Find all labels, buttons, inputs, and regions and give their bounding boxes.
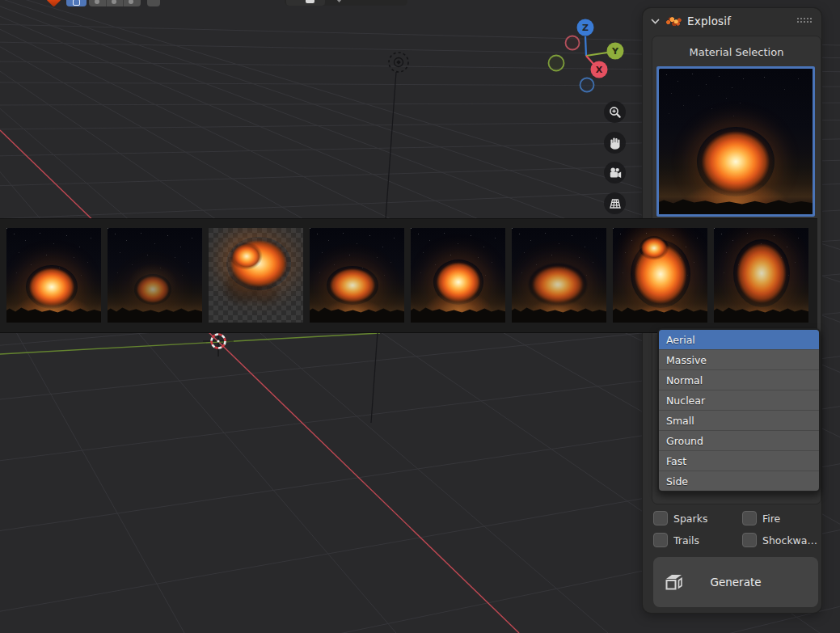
- thumb-fireball: [733, 239, 790, 307]
- y-axis-line: [0, 333, 380, 354]
- generate-button[interactable]: Generate: [653, 557, 818, 607]
- thumb-fireball: [134, 274, 171, 305]
- gallery-thumb-1[interactable]: [6, 228, 101, 323]
- gallery-thumb-2[interactable]: [108, 228, 202, 323]
- gizmo-z-label: Z: [582, 23, 589, 33]
- preview-fireball: [697, 127, 775, 196]
- type-option-aerial[interactable]: Aerial: [659, 330, 819, 350]
- cube-icon: [665, 572, 684, 591]
- gallery-thumb-3[interactable]: [209, 228, 303, 323]
- generate-label: Generate: [710, 576, 761, 589]
- options-checkbox-grid: SparksFireTrailsShockwa…: [653, 511, 817, 547]
- panel-header[interactable]: Explosif: [643, 8, 821, 34]
- overlay-icon: [306, 0, 314, 3]
- gizmo-neg-x-ball[interactable]: [566, 36, 580, 50]
- tool-icon: [112, 0, 116, 4]
- thumb-fireball: [327, 266, 378, 305]
- checkbox-sparks[interactable]: [653, 511, 668, 525]
- type-option-fast[interactable]: Fast: [659, 451, 819, 471]
- checkbox-label-sparks: Sparks: [673, 513, 707, 525]
- checkbox-label-trails: Trails: [673, 534, 699, 546]
- overlay-button-group[interactable]: [285, 0, 407, 6]
- thumb-fireball: [230, 243, 263, 270]
- tool-button[interactable]: [147, 0, 160, 6]
- x-axis-line: [0, 130, 519, 633]
- camera-view-button[interactable]: [604, 162, 626, 184]
- thumb-fireball: [26, 265, 78, 309]
- hand-icon: [608, 136, 623, 150]
- option-fire[interactable]: Fire: [742, 511, 817, 525]
- divider: [123, 0, 124, 6]
- type-option-ground[interactable]: Ground: [659, 431, 819, 451]
- thumb-fireball: [529, 264, 587, 306]
- gizmo-neg-z-ball[interactable]: [580, 78, 594, 92]
- panel-title: Explosif: [687, 15, 731, 27]
- type-option-nuclear[interactable]: Nuclear: [659, 390, 819, 411]
- explosion-addon-icon: [665, 16, 682, 27]
- checkbox-shockwa[interactable]: [742, 533, 757, 547]
- pan-button[interactable]: [604, 132, 626, 154]
- type-option-massive[interactable]: Massive: [659, 350, 819, 370]
- tool-button-group[interactable]: [89, 0, 141, 6]
- type-option-normal[interactable]: Normal: [659, 370, 819, 390]
- navigation-gizmo[interactable]: Z Y X: [549, 19, 624, 92]
- chevron-down-icon[interactable]: [651, 19, 660, 24]
- option-shockwa[interactable]: Shockwa…: [742, 533, 817, 547]
- checkbox-label-fire: Fire: [762, 513, 780, 525]
- material-gallery-strip: [0, 218, 817, 333]
- magnifier-plus-icon: [608, 105, 623, 120]
- gizmo-neg-y-ball[interactable]: [549, 56, 564, 71]
- orthographic-toggle-button[interactable]: [604, 192, 626, 214]
- checkbox-trails[interactable]: [653, 533, 668, 547]
- blender-window: Z Y X: [0, 0, 840, 633]
- dropdown-arrow-icon: [336, 0, 342, 2]
- gallery-thumb-7[interactable]: [613, 228, 707, 323]
- gizmo-x-label: X: [596, 65, 603, 75]
- movie-camera-icon: [608, 166, 623, 180]
- point-light-object[interactable]: [389, 53, 408, 72]
- gallery-thumb-6[interactable]: [512, 228, 606, 323]
- option-sparks[interactable]: Sparks: [653, 511, 742, 525]
- active-mode-button[interactable]: [66, 0, 87, 6]
- thumb-fireball: [433, 260, 483, 305]
- gallery-thumb-5[interactable]: [411, 228, 505, 323]
- panel-drag-grip[interactable]: [797, 18, 813, 24]
- gallery-thumb-4[interactable]: [310, 228, 404, 323]
- checkbox-fire[interactable]: [742, 511, 757, 525]
- type-dropdown-popup: AerialMassiveNormalNuclearSmallGroundFas…: [657, 328, 821, 492]
- zoom-button[interactable]: [604, 101, 626, 123]
- tool-icon: [129, 0, 133, 4]
- thumb-fireball: [639, 236, 669, 260]
- material-selection-label: Material Selection: [652, 36, 821, 58]
- option-trails[interactable]: Trails: [653, 533, 742, 547]
- mode-icon: [73, 0, 80, 6]
- type-option-small[interactable]: Small: [659, 411, 819, 431]
- divider: [106, 0, 107, 6]
- perspective-grid-icon: [608, 196, 623, 211]
- gallery-thumb-8[interactable]: [714, 228, 808, 323]
- type-option-side[interactable]: Side: [659, 471, 819, 491]
- checkbox-label-shockwa: Shockwa…: [762, 534, 817, 546]
- tool-icon: [95, 0, 99, 4]
- material-preview[interactable]: [656, 66, 815, 217]
- gizmo-y-label: Y: [611, 46, 619, 57]
